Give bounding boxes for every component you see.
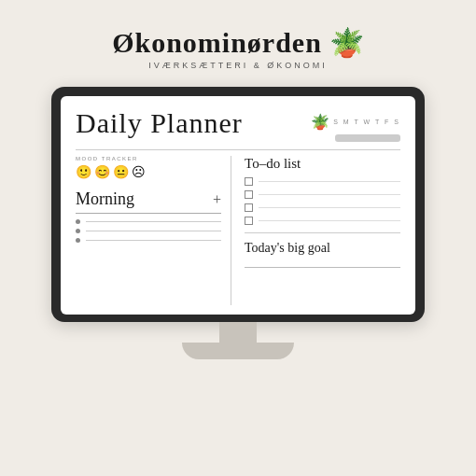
todo-checkbox[interactable] — [245, 203, 253, 212]
todo-item-4 — [245, 217, 400, 225]
logo-text: Økonominørden — [112, 27, 322, 59]
mood-icon-neutral: 😐 — [113, 164, 129, 180]
planner-plant-icon: 🪴 — [311, 113, 329, 131]
todo-line — [259, 194, 400, 195]
left-column: MOOD TRACKER 🙂 😊 😐 ☹ Morning + — [76, 156, 231, 305]
tagline: Iværksætteri & Økonomi — [148, 61, 328, 70]
bullet-dot — [76, 229, 80, 233]
mood-icon-happy: 🙂 — [76, 164, 91, 180]
morning-plus: + — [213, 191, 221, 208]
bullet-item-2 — [76, 229, 221, 233]
monitor: Daily Planner 🪴 S M T W T F S MOOD TRACK… — [51, 87, 425, 359]
todo-checkbox[interactable] — [245, 177, 253, 186]
bullet-dot — [76, 238, 80, 243]
bullet-line — [86, 221, 221, 222]
todo-item-1 — [245, 177, 400, 186]
mood-icons: 🙂 😊 😐 ☹ — [76, 164, 221, 180]
weekdays: S M T W T F S — [333, 119, 400, 125]
bullet-item-1 — [76, 219, 221, 224]
todo-title: To–do list — [245, 156, 400, 172]
planner-header: Daily Planner 🪴 S M T W T F S — [76, 109, 400, 142]
mood-tracker-label: MOOD TRACKER — [76, 156, 221, 161]
header: Økonominørden 🪴 Iværksætteri & Økonomi — [112, 0, 364, 70]
logo-row: Økonominørden 🪴 — [112, 26, 364, 59]
bullet-dot — [76, 219, 80, 224]
todo-checkbox[interactable] — [245, 217, 253, 225]
monitor-stand-base — [182, 343, 294, 359]
big-goal-title: Today's big goal — [245, 241, 400, 256]
monitor-screen: Daily Planner 🪴 S M T W T F S MOOD TRACK… — [61, 96, 415, 315]
right-column: To–do list — [231, 156, 400, 305]
planner-body: MOOD TRACKER 🙂 😊 😐 ☹ Morning + — [76, 156, 400, 305]
bullet-item-3 — [76, 238, 221, 243]
monitor-body: Daily Planner 🪴 S M T W T F S MOOD TRACK… — [51, 87, 425, 322]
bullet-line — [86, 240, 221, 241]
bullet-line — [86, 231, 221, 231]
logo-icon: 🪴 — [329, 26, 364, 59]
morning-label: Morning — [76, 189, 134, 209]
morning-row: Morning + — [76, 189, 221, 214]
mood-icon-sad: ☹ — [132, 164, 146, 180]
todo-line — [259, 181, 400, 182]
planner-title: Daily Planner — [76, 109, 243, 137]
todo-line — [259, 207, 400, 208]
date-bar — [335, 134, 400, 142]
todo-checkbox[interactable] — [245, 190, 253, 199]
todo-item-3 — [245, 203, 400, 212]
todo-line — [259, 220, 400, 221]
planner-meta: 🪴 S M T W T F S — [311, 109, 400, 142]
header-divider — [76, 149, 400, 150]
todo-item-2 — [245, 190, 400, 199]
mood-icon-very-happy: 😊 — [94, 164, 110, 180]
mid-divider — [245, 232, 400, 233]
monitor-stand-neck — [219, 322, 257, 343]
planner-meta-top: 🪴 S M T W T F S — [311, 113, 400, 131]
big-goal-line — [245, 267, 400, 268]
